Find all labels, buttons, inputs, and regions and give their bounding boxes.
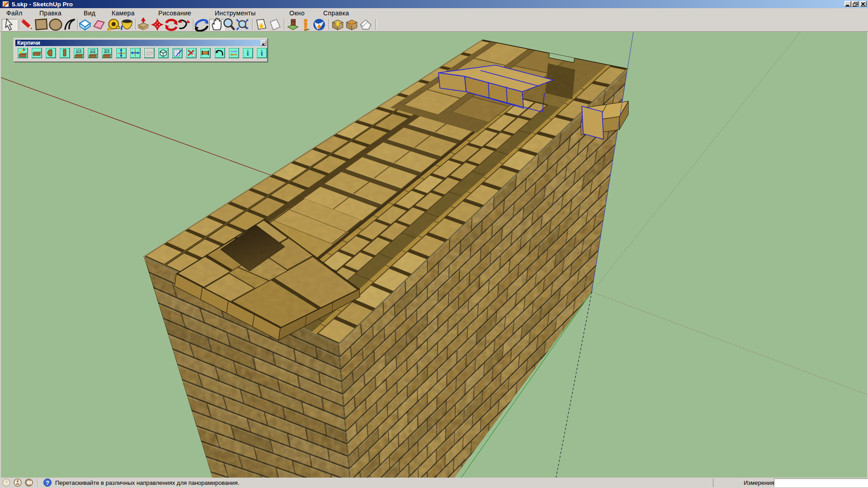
svg-text:i: i	[247, 49, 249, 57]
svg-text:1/4: 1/4	[76, 48, 82, 53]
svg-text:i: i	[261, 49, 263, 57]
svg-text:1/2: 1/2	[90, 48, 96, 53]
svg-text:?: ?	[5, 480, 8, 485]
svg-text:?: ?	[46, 479, 49, 486]
svg-text:3/4: 3/4	[104, 48, 110, 53]
